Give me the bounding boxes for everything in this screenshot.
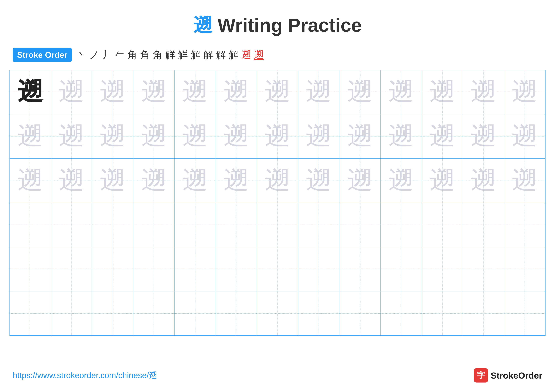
cell-4-4 <box>133 203 174 247</box>
practice-row-3: 遡 遡 遡 遡 遡 遡 遡 遡 遡 遡 遡 遡 遡 <box>10 158 545 203</box>
stroke-step-11: 解 <box>203 48 213 62</box>
cell-5-6 <box>216 247 257 291</box>
logo-text: StrokeOrder <box>491 370 542 381</box>
cell-4-12 <box>463 203 504 247</box>
stroke-steps: 丶 ノ 丿 𠂉 角 角 角 觧 觧 解 解 解 解 遡 遡 <box>77 48 264 62</box>
cell-1-10: 遡 <box>380 70 422 114</box>
stroke-step-10: 解 <box>191 48 200 62</box>
stroke-step-6: 角 <box>140 48 150 62</box>
cell-2-10: 遡 <box>380 114 422 158</box>
cell-4-3 <box>92 203 133 247</box>
cell-2-12: 遡 <box>463 114 504 158</box>
cell-6-6 <box>216 291 257 335</box>
cell-3-1: 遡 <box>10 158 51 203</box>
cell-3-13: 遡 <box>504 158 545 203</box>
stroke-step-7: 角 <box>153 48 162 62</box>
cell-1-12: 遡 <box>463 70 504 114</box>
cell-2-7: 遡 <box>257 114 298 158</box>
practice-row-1: 遡 遡 遡 遡 遡 遡 遡 遡 遡 遡 遡 遡 遡 <box>10 70 545 114</box>
footer-logo: 字 StrokeOrder <box>474 368 542 383</box>
cell-4-11 <box>422 203 463 247</box>
stroke-step-3: 丿 <box>102 48 112 62</box>
cell-6-12 <box>463 291 504 335</box>
cell-6-1 <box>10 291 51 335</box>
stroke-step-8: 觧 <box>165 48 175 62</box>
stroke-step-9: 觧 <box>178 48 188 62</box>
cell-5-12 <box>463 247 504 291</box>
cell-3-5: 遡 <box>175 158 216 203</box>
cell-2-13: 遡 <box>504 114 545 158</box>
cell-3-2: 遡 <box>51 158 92 203</box>
cell-6-5 <box>175 291 216 335</box>
cell-1-6: 遡 <box>216 70 257 114</box>
practice-row-6 <box>10 291 545 335</box>
cell-6-7 <box>257 291 298 335</box>
cell-3-10: 遡 <box>380 158 422 203</box>
cell-1-11: 遡 <box>422 70 463 114</box>
practice-row-4 <box>10 203 545 247</box>
practice-row-2: 遡 遡 遡 遡 遡 遡 遡 遡 遡 遡 遡 遡 遡 <box>10 114 545 158</box>
cell-2-5: 遡 <box>175 114 216 158</box>
title-area: 遡 Writing Practice <box>0 0 555 45</box>
cell-3-12: 遡 <box>463 158 504 203</box>
cell-2-1: 遡 <box>10 114 51 158</box>
footer-url: https://www.strokeorder.com/chinese/遡 <box>13 370 157 381</box>
cell-2-6: 遡 <box>216 114 257 158</box>
cell-5-2 <box>51 247 92 291</box>
cell-2-8: 遡 <box>298 114 339 158</box>
stroke-order-row: Stroke Order 丶 ノ 丿 𠂉 角 角 角 觧 觧 解 解 解 解 遡… <box>0 45 555 65</box>
cell-1-13: 遡 <box>504 70 545 114</box>
cell-6-3 <box>92 291 133 335</box>
cell-5-8 <box>298 247 339 291</box>
cell-4-10 <box>380 203 422 247</box>
page-title: 遡 Writing Practice <box>193 14 362 36</box>
cell-1-7: 遡 <box>257 70 298 114</box>
cell-4-6 <box>216 203 257 247</box>
cell-6-8 <box>298 291 339 335</box>
stroke-step-15: 遡 <box>254 48 264 62</box>
stroke-step-13: 解 <box>229 48 238 62</box>
cell-6-2 <box>51 291 92 335</box>
footer: https://www.strokeorder.com/chinese/遡 字 … <box>13 368 542 383</box>
title-text: Writing Practice <box>212 14 362 36</box>
stroke-step-1: 丶 <box>77 48 86 62</box>
cell-1-3: 遡 <box>92 70 133 114</box>
cell-3-3: 遡 <box>92 158 133 203</box>
cell-2-9: 遡 <box>339 114 380 158</box>
stroke-step-5: 角 <box>127 48 137 62</box>
cell-5-1 <box>10 247 51 291</box>
cell-2-3: 遡 <box>92 114 133 158</box>
cell-4-13 <box>504 203 545 247</box>
cell-2-2: 遡 <box>51 114 92 158</box>
cell-1-9: 遡 <box>339 70 380 114</box>
cell-4-9 <box>339 203 380 247</box>
stroke-step-14: 遡 <box>241 48 251 62</box>
cell-1-5: 遡 <box>175 70 216 114</box>
stroke-step-12: 解 <box>216 48 226 62</box>
cell-6-11 <box>422 291 463 335</box>
cell-5-13 <box>504 247 545 291</box>
cell-4-8 <box>298 203 339 247</box>
cell-6-4 <box>133 291 174 335</box>
practice-row-5 <box>10 247 545 291</box>
stroke-step-4: 𠂉 <box>115 49 124 61</box>
cell-4-7 <box>257 203 298 247</box>
stroke-order-badge: Stroke Order <box>13 48 72 62</box>
cell-4-1 <box>10 203 51 247</box>
cell-3-7: 遡 <box>257 158 298 203</box>
cell-5-11 <box>422 247 463 291</box>
logo-icon: 字 <box>474 368 488 383</box>
practice-grid-container: 遡 遡 遡 遡 遡 遡 遡 遡 遡 遡 遡 遡 遡 遡 遡 遡 遡 遡 遡 遡 … <box>0 70 555 336</box>
cell-5-10 <box>380 247 422 291</box>
cell-6-9 <box>339 291 380 335</box>
cell-1-8: 遡 <box>298 70 339 114</box>
cell-3-8: 遡 <box>298 158 339 203</box>
cell-3-11: 遡 <box>422 158 463 203</box>
cell-2-4: 遡 <box>133 114 174 158</box>
cell-5-7 <box>257 247 298 291</box>
cell-4-5 <box>175 203 216 247</box>
cell-3-6: 遡 <box>216 158 257 203</box>
cell-1-4: 遡 <box>133 70 174 114</box>
cell-5-9 <box>339 247 380 291</box>
cell-3-4: 遡 <box>133 158 174 203</box>
